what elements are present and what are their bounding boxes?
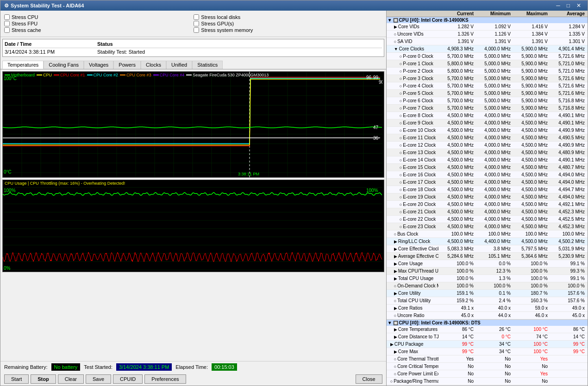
circle-icon30: ○ [394,313,396,318]
temp-chart: Motherboard CPU CPU Core #1 CPU Core #2 … [2,71,384,178]
minimize-button[interactable]: ─ [553,2,563,9]
preferences-button[interactable]: Preferences [144,374,186,384]
stress-memory-item: Stress system memory [194,27,382,33]
section-dts-header[interactable]: ▼ 🔲 CPU [#0]: Intel Core i9-14900KS: DTS [387,320,588,326]
circle-icon17: ○ [400,158,402,162]
row-core-temps-min: 26 °C [475,327,513,332]
close-button[interactable]: ✕ [574,2,584,9]
row-ecore17: ○ E-core 17 Clock 4,500.0 MHz 4,000.0 MH… [387,179,588,186]
legend-motherboard: Motherboard [5,73,35,77]
row-ecore16-cur: 4,500.0 MHz [438,172,475,177]
row-sa-vid-name: SA VID [397,39,412,44]
close-panel-button[interactable]: Close [356,374,382,384]
stress-cache-label: Stress cache [12,27,41,33]
legend-cpu-core4: CPU Core #4 [153,73,185,77]
row-pcore4-max: 5,900.0 MHz [513,83,550,88]
legend-cpu-core2: CPU Core #2 [87,73,119,77]
row-core-temps-max: 100 °C [513,327,550,332]
row-core-clocks-max: 5,900.0 MHz [513,46,550,51]
row-cpu-package-dts: ▶ CPU Package 99 °C 34 °C 100 °C 99 °C [387,341,588,348]
row-core-thermal-throttle-cur: Yes [438,356,475,361]
stress-cpu-checkbox[interactable] [4,14,10,20]
row-uncore-vid-name: Uncore VIDs [397,31,424,37]
row-total-cpu-usage-name: Total CPU Usage [398,276,434,281]
legend-cpu: CPU [37,73,52,77]
row-ecore16-max: 4,500.0 MHz [513,172,550,177]
circle-icon31: ○ [394,357,396,361]
row-ecore10: ○ E-core 10 Clock 4,500.0 MHz 4,000.0 MH… [387,127,588,134]
row-uncore-vid: ○ Uncore VIDs 1.326 V 1.126 V 1.384 V 1.… [387,31,588,38]
row-ecore9-min: 4,000.0 MHz [475,120,513,125]
row-pkg-ring-thermal-min: No [475,379,513,384]
row-core-utility: ▶ Core Utility 159.1 % 0.1 % 180.7 % 157… [387,290,588,297]
battery-label: Remaining Battery: [4,364,48,370]
stress-gpu-item: Stress GPU(s) [194,21,382,26]
row-pcore5-name: P-core 5 Clock [403,91,433,96]
row-core-temps-name: Core Temperatures [398,327,438,332]
row-core-power-limit-min: No [475,371,513,376]
cpuid-button[interactable]: CPUID [113,374,143,384]
tab-statistics[interactable]: Statistics [192,61,223,69]
maximize-button[interactable]: □ [564,2,573,9]
row-uncore-ratio-avg: 45.0 x [550,313,587,318]
row-core-max-name: Core Max [398,349,418,354]
row-pcore0-max: 5,900.0 MHz [513,54,550,59]
circle-icon7: ○ [400,84,402,88]
row-total-cpu-usage-min: 1.3 % [475,276,513,281]
row-pkg-ring-thermal-name: Package/Ring Thermal Throttling [394,379,438,384]
stress-local-disks-checkbox[interactable] [194,14,199,20]
usage-chart: CPU Usage | CPU Throttling (max: 16%) - … [2,180,384,272]
row-cpu-package-dts-name: CPU Package [394,342,424,347]
stress-panel: Stress CPU Stress local disks Stress FPU… [0,11,386,37]
title-bar: ⚙ System Stability Test - AIDA64 ─ □ ✕ [0,0,588,11]
stress-gpu-checkbox[interactable] [194,21,199,26]
row-pcore2-min: 5,000.0 MHz [475,68,513,74]
row-core-clocks-min: 4,000.0 MHz [475,46,513,51]
row-core-dist-max: 74 °C [513,334,550,339]
expand-icon2: ▼ [394,47,398,51]
stress-cache-checkbox[interactable] [4,27,10,33]
row-ecore17-name: E-core 17 Clock [403,180,436,185]
log-status-header: Status [97,41,113,47]
save-button[interactable]: Save [86,374,111,384]
row-avg-eff-clock-min: 105.1 MHz [475,254,513,259]
main-container: Stress CPU Stress local disks Stress FPU… [0,11,588,386]
row-ecore21-avg: 4,452.3 MHz [550,209,587,214]
row-pcore0: ○ P-core 0 Clock 5,700.0 MHz 5,000.0 MHz… [387,53,588,60]
start-button[interactable]: Start [4,374,29,384]
tab-cooling-fans[interactable]: Cooling Fans [44,61,84,69]
stress-fpu-checkbox[interactable] [4,21,10,26]
row-ecore18-avg: 4,494.7 MHz [550,187,587,192]
stress-cpu-item: Stress CPU [4,14,193,20]
section-cpu-clocks-header[interactable]: ▼ 🔲 CPU [#0]: Intel Core i9-14900KS [387,17,588,23]
row-pcore6-cur: 5,700.0 MHz [438,98,475,103]
row-core-thermal-throttle-max: Yes [513,356,550,361]
tab-powers[interactable]: Powers [113,61,141,69]
row-bus-clock: ○ Bus Clock 100.0 MHz 100.0 MHz 100.0 MH… [387,230,588,238]
clear-button[interactable]: Clear [58,374,84,384]
collapse-icon: ▼ [388,18,392,23]
tab-unified[interactable]: Unified [166,61,192,69]
row-core-usage-min: 0.0 % [475,261,513,266]
row-ecore10-cur: 4,500.0 MHz [438,128,475,133]
row-ecore10-min: 4,000.0 MHz [475,128,513,133]
col-header-max: Maximum [513,11,550,16]
row-pcore0-name: P-core 0 Clock [403,54,433,59]
row-ecore11-max: 4,500.0 MHz [513,135,550,140]
row-ecore18-min: 4,000.0 MHz [475,187,513,192]
stop-button[interactable]: Stop [31,374,56,384]
tab-temperatures[interactable]: Temperatures [2,61,44,69]
row-ecore18-name: E-core 18 Clock [403,187,436,192]
row-avg-eff-clock-name: Average Effective Clock [398,254,438,259]
row-ecore22: ○ E-core 22 Clock 4,500.0 MHz 4,000.0 MH… [387,216,588,223]
row-pcore5-min: 5,000.0 MHz [475,91,513,96]
row-core-eff-clocks-cur: 5,083.3 MHz [438,246,475,251]
stress-memory-checkbox[interactable] [194,27,199,33]
tab-voltages[interactable]: Voltages [84,61,113,69]
table-header-row: Current Minimum Maximum Average [387,11,588,17]
elapsed-label: Elapsed Time: [175,364,208,370]
collapse-icon2: ▼ [388,320,392,325]
tab-clocks[interactable]: Clocks [141,61,166,69]
row-ecore20: ○ E-core 20 Clock 4,500.0 MHz 4,000.0 MH… [387,201,588,208]
row-core-clocks-cur: 4,908.3 MHz [438,46,475,51]
